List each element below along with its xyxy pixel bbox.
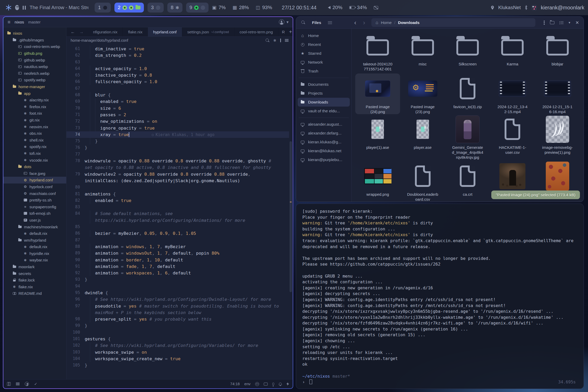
tree-item-face.jpeg[interactable]: face.jpeg xyxy=(3,170,66,177)
code-line-98[interactable]: 98preserve_split = yes # you probably wa… xyxy=(66,316,289,322)
code-line-wrap[interactable]: https://wiki.hyprland.org/Configuring/An… xyxy=(66,217,289,224)
file-item-player.ase[interactable]: player.ase xyxy=(400,114,445,161)
tree-item-hypridle.nix[interactable]: ❄hypridle.nix xyxy=(3,250,66,257)
assistant-icon[interactable] xyxy=(286,382,289,386)
tree-item-machines/moonlark[interactable]: machines/moonlark xyxy=(3,223,66,230)
bluetooth-icon[interactable] xyxy=(525,5,528,10)
recent-indicator[interactable]: R xyxy=(282,30,285,34)
tab-cool-retro-term.png[interactable]: cool-retro-term.png xyxy=(234,27,278,36)
tree-item-spotify.webp[interactable]: spotify.webp xyxy=(3,77,66,83)
tree-item-neovim.nix[interactable]: ❄neovim.nix xyxy=(3,123,66,130)
tree-item-default.nix[interactable]: ❄default.nix xyxy=(3,230,66,237)
code-editor[interactable]: 61dim_inactive = true62dim_strength = 0.… xyxy=(66,44,289,379)
view-toggle-icon[interactable] xyxy=(560,21,564,24)
file-item-Pasted image[interactable]: Pasted image (23).png xyxy=(400,74,445,114)
code-line-64[interactable]: 64active_opacity = 1.0 xyxy=(66,65,289,72)
code-line-wrap[interactable]: initialClass: (dev.zed.Zed|spotify|Slack… xyxy=(66,177,289,184)
pause-icon[interactable] xyxy=(23,6,26,10)
sidebar-item-Starred[interactable]: ★Starred xyxy=(298,49,350,58)
tree-item-prettify-ss.sh[interactable]: prettify-ss.sh xyxy=(3,197,66,204)
nixos-logo-icon[interactable] xyxy=(6,5,11,10)
code-line-100[interactable]: 100 xyxy=(66,329,289,336)
tab-nfiguration.nix[interactable]: nfiguration.nix xyxy=(88,27,123,36)
tree-item-waybar.nix[interactable]: ❄waybar.nix xyxy=(3,257,66,264)
cursor-position[interactable]: 74:18 xyxy=(230,382,240,386)
file-item-blobjar[interactable]: blobjar xyxy=(535,31,580,74)
file-item-favicon_io(3).zip[interactable]: favicon_io(3).zip xyxy=(445,74,490,114)
filter-icon[interactable] xyxy=(285,39,289,42)
tree-item-neofetch.webp[interactable]: neofetch.webp xyxy=(3,70,66,77)
sidebar-item-kieran.klukas@g...[interactable]: kieran.klukas@g... xyxy=(298,138,350,146)
file-item-misc[interactable]: misc xyxy=(400,31,445,74)
code-line-90[interactable]: 90animation = border, 1, 10, default xyxy=(66,257,289,263)
sidebar-item-kieran@klukas.net[interactable]: kieran@klukas.net xyxy=(298,146,350,155)
files-back-icon[interactable]: ‹ xyxy=(354,19,356,26)
tree-item-spotify.nix[interactable]: ❄spotify.nix xyxy=(3,143,66,150)
sidebar-item-Home[interactable]: ⌂Home xyxy=(298,31,350,40)
tree-item-tofi-emoji.sh[interactable]: tofi-emoji.sh xyxy=(3,210,66,217)
project-name[interactable]: nixos xyxy=(15,20,24,24)
chevron-down-icon[interactable]: ▾ xyxy=(286,20,289,24)
scrollbar-thumb[interactable] xyxy=(290,141,292,292)
tree-item-dots[interactable]: dots xyxy=(3,163,66,170)
sidebar-item-Trash[interactable]: Trash xyxy=(298,67,350,76)
code-line-103[interactable]: 103workspace_swipe = on xyxy=(66,349,289,356)
new-tab-icon[interactable]: + xyxy=(289,29,292,35)
outline-icon[interactable] xyxy=(16,382,20,385)
code-line-87[interactable]: 87 xyxy=(66,237,289,243)
code-line-76[interactable]: 76} xyxy=(66,144,289,151)
code-line-81[interactable]: 81animations { xyxy=(66,191,289,197)
code-line-63[interactable]: 63 xyxy=(66,59,289,65)
panel-toggle-icon[interactable] xyxy=(7,382,11,386)
close-icon[interactable]: × xyxy=(575,19,579,26)
file-item-Gemini_Generate[interactable]: Gemini_Generate d_Image_4rqv8k4 rqv8k4rq… xyxy=(445,114,490,161)
code-line-79[interactable]: 79windowrulev2 = opacity 0.88 override 0… xyxy=(66,171,289,177)
file-item-ca.crt[interactable]: ca.crt xyxy=(445,161,490,202)
code-line-89[interactable]: 89animation = windowsOut, 1, 7, default,… xyxy=(66,250,289,256)
network-name[interactable]: KlukasNet xyxy=(498,5,521,10)
view-options-caret-icon[interactable]: ▾ xyxy=(569,21,571,24)
collab-icon[interactable] xyxy=(25,382,29,386)
code-line-83[interactable]: 83 xyxy=(66,204,289,210)
tree-item-vscode.nix[interactable]: ❄vscode.nix xyxy=(3,157,66,163)
inline-assist-icon[interactable]: ✻ xyxy=(273,39,276,42)
code-line-102[interactable]: 102# See https://wiki.hyprland.org/Confi… xyxy=(66,342,289,349)
nav-back-icon[interactable]: ← xyxy=(71,29,75,35)
code-line-93[interactable]: 93} xyxy=(66,276,289,283)
code-line-95[interactable]: 95dwindle { xyxy=(66,290,289,296)
code-line-70[interactable]: 70size = 6 xyxy=(66,105,289,112)
tree-item-nixos[interactable]: nixos xyxy=(3,30,66,37)
tree-item-app[interactable]: app xyxy=(3,90,66,97)
code-line-77[interactable]: 77 xyxy=(66,151,289,158)
tree-item-hyprlock.conf[interactable]: ⚙hyprlock.conf xyxy=(3,183,66,190)
workspace-3[interactable]: 3 xyxy=(148,3,164,13)
code-line-69[interactable]: 69enabled = true xyxy=(66,98,289,105)
tree-item-wm/hyprland[interactable]: wm/hyprland xyxy=(3,237,66,243)
tree-item-shell.nix[interactable]: ❄shell.nix xyxy=(3,137,66,144)
tree-item-foot.nix[interactable]: ❄foot.nix xyxy=(3,110,66,117)
diagnostics-check-icon[interactable]: ✓ xyxy=(34,382,37,386)
tree-item-README.md[interactable]: README.md xyxy=(3,290,66,297)
file-item-2024-12-22_13-4[interactable]: 2024-12-22_13-4 2-15.mp4 xyxy=(490,74,535,114)
tree-item-hyprland.conf[interactable]: ⚙hyprland.conf xyxy=(3,177,66,183)
code-line-68[interactable]: 68blur { xyxy=(66,92,289,98)
code-line-62[interactable]: 62dim_strength = 0.2 xyxy=(66,52,289,59)
tree-item-flake.lock[interactable]: flake.lock xyxy=(3,277,66,284)
tab-settings.json[interactable]: settings.json~/.config/zed xyxy=(182,27,235,36)
code-line-94[interactable]: 94 xyxy=(66,283,289,290)
app-indicator-icon[interactable] xyxy=(531,5,537,10)
search-icon[interactable] xyxy=(266,39,270,42)
code-line-wrap[interactable]: mainMod + P in the keybinds section belo… xyxy=(66,309,289,316)
code-line-85[interactable]: 85 xyxy=(66,224,289,230)
tree-item-user.js[interactable]: user.js xyxy=(3,217,66,224)
files-forward-icon[interactable]: › xyxy=(363,19,365,26)
sidebar-item-kieran@purplebu...[interactable]: kieran@purplebu... xyxy=(298,155,350,164)
clock[interactable]: 27/12 00:51:44 xyxy=(282,5,316,11)
file-item-2024-12-21_15-1[interactable]: 2024-12-21_15-1 6-16.mp4 xyxy=(535,74,580,114)
code-line-67[interactable]: 67 xyxy=(66,85,289,92)
code-line-61[interactable]: 61dim_inactive = true xyxy=(66,46,289,52)
text-cursor-icon[interactable] xyxy=(280,39,281,42)
code-line-99[interactable]: 99} xyxy=(66,322,289,329)
code-line-78[interactable]: 78windowrule = opacity 0.88 override 0.8… xyxy=(66,158,289,164)
code-line-91[interactable]: 91animation = fade, 1, 7, default xyxy=(66,263,289,270)
